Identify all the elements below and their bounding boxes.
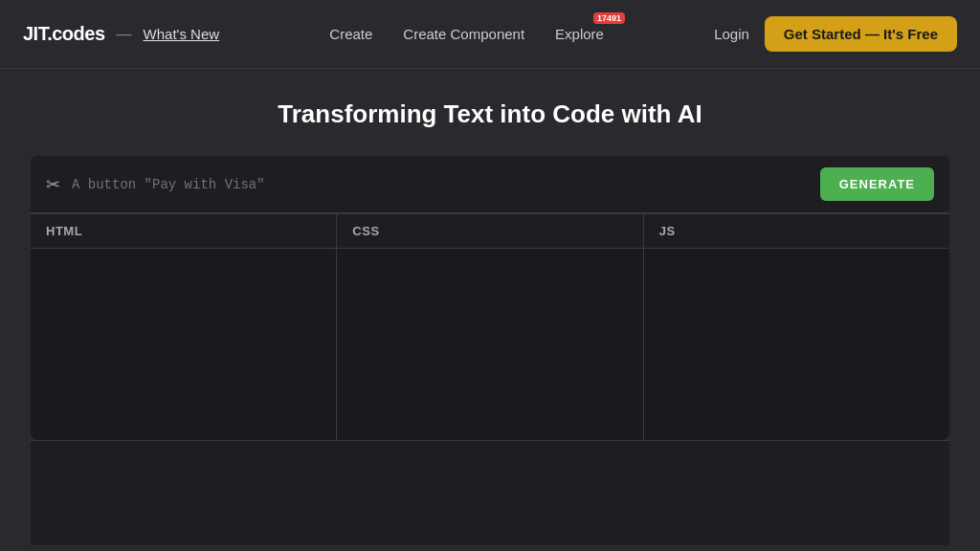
js-panel-header: JS <box>644 214 949 249</box>
generate-button[interactable]: GENERATE <box>820 167 934 201</box>
js-panel: JS <box>644 214 949 440</box>
html-panel: HTML <box>31 214 337 440</box>
logo: JIT.codes <box>23 23 105 45</box>
explore-badge: 17491 <box>593 12 625 24</box>
nav-create[interactable]: Create <box>329 26 372 42</box>
prompt-icon: ✂ <box>46 174 60 195</box>
css-panel-body <box>337 249 642 440</box>
nav-right: Login Get Started — It's Free <box>714 16 957 52</box>
main-nav: Create Create Component Explore 17491 <box>329 26 604 42</box>
preview-area <box>31 440 949 545</box>
logo-area: JIT.codes — What's New <box>23 23 219 45</box>
logo-dash: — <box>117 26 132 43</box>
login-button[interactable]: Login <box>714 26 749 42</box>
js-panel-body <box>644 249 949 440</box>
css-panel: CSS <box>337 214 643 440</box>
prompt-input[interactable] <box>72 177 809 192</box>
nav-explore[interactable]: Explore 17491 <box>555 26 604 42</box>
main-content: Transforming Text into Code with AI ✂ GE… <box>0 69 980 545</box>
nav-create-component[interactable]: Create Component <box>403 26 524 42</box>
editor-container: ✂ GENERATE HTML CSS JS <box>31 156 949 440</box>
css-panel-header: CSS <box>337 214 642 249</box>
app-header: JIT.codes — What's New Create Create Com… <box>0 0 980 69</box>
html-panel-body <box>31 249 336 440</box>
get-started-button[interactable]: Get Started — It's Free <box>765 16 957 52</box>
prompt-bar: ✂ GENERATE <box>31 156 949 213</box>
page-title: Transforming Text into Code with AI <box>23 99 957 129</box>
html-panel-header: HTML <box>31 214 336 249</box>
code-panels: HTML CSS JS <box>31 213 949 440</box>
whats-new-link[interactable]: What's New <box>144 26 220 42</box>
